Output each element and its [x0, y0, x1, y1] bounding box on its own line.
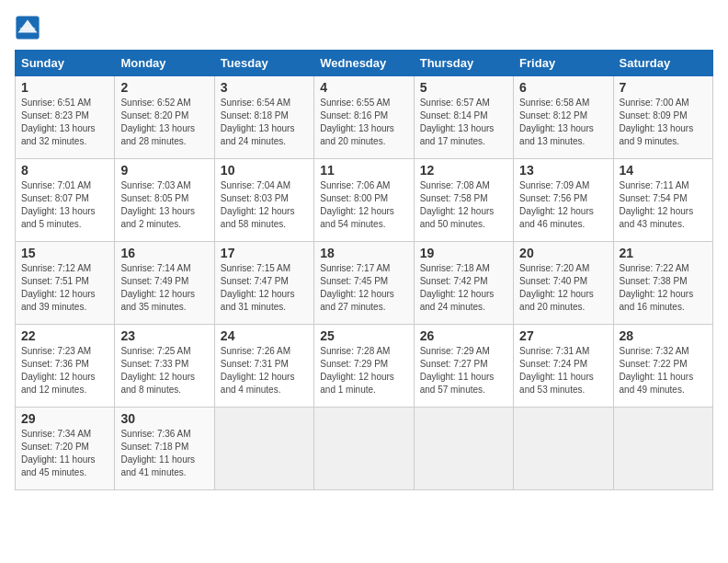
- calendar-day-cell: 24Sunrise: 7:26 AMSunset: 7:31 PMDayligh…: [214, 325, 313, 408]
- day-number: 19: [420, 246, 507, 260]
- weekday-header-thursday: Thursday: [414, 51, 513, 76]
- calendar-day-cell: 12Sunrise: 7:08 AMSunset: 7:58 PMDayligh…: [414, 159, 513, 242]
- day-info: Sunrise: 7:20 AMSunset: 7:40 PMDaylight:…: [519, 262, 607, 314]
- calendar-table: SundayMondayTuesdayWednesdayThursdayFrid…: [15, 50, 713, 490]
- calendar-day-cell: 15Sunrise: 7:12 AMSunset: 7:51 PMDayligh…: [16, 242, 115, 325]
- day-number: 28: [620, 328, 707, 343]
- calendar-day-cell: 2Sunrise: 6:52 AMSunset: 8:20 PMDaylight…: [115, 76, 214, 159]
- calendar-day-cell: 23Sunrise: 7:25 AMSunset: 7:33 PMDayligh…: [115, 325, 214, 408]
- day-number: 13: [519, 163, 607, 178]
- calendar-day-cell: 17Sunrise: 7:15 AMSunset: 7:47 PMDayligh…: [214, 242, 313, 325]
- calendar-day-cell: 26Sunrise: 7:29 AMSunset: 7:27 PMDayligh…: [414, 325, 513, 408]
- day-number: 25: [320, 328, 407, 343]
- day-number: 2: [120, 80, 208, 95]
- calendar-day-cell: 28Sunrise: 7:32 AMSunset: 7:22 PMDayligh…: [613, 325, 712, 408]
- calendar-day-cell: 5Sunrise: 6:57 AMSunset: 8:14 PMDaylight…: [414, 76, 513, 159]
- calendar-day-cell: 21Sunrise: 7:22 AMSunset: 7:38 PMDayligh…: [613, 242, 712, 325]
- calendar-day-cell: 22Sunrise: 7:23 AMSunset: 7:36 PMDayligh…: [16, 325, 115, 408]
- day-number: 12: [420, 163, 507, 178]
- calendar-day-cell: 25Sunrise: 7:28 AMSunset: 7:29 PMDayligh…: [314, 325, 414, 408]
- day-number: 1: [21, 80, 108, 95]
- calendar-week-row: 15Sunrise: 7:12 AMSunset: 7:51 PMDayligh…: [16, 242, 713, 325]
- calendar-week-row: 8Sunrise: 7:01 AMSunset: 8:07 PMDaylight…: [16, 159, 713, 242]
- day-info: Sunrise: 7:15 AMSunset: 7:47 PMDaylight:…: [221, 262, 308, 314]
- calendar-day-cell: [414, 408, 513, 490]
- day-info: Sunrise: 7:17 AMSunset: 7:45 PMDaylight:…: [320, 262, 407, 314]
- weekday-header-wednesday: Wednesday: [314, 51, 414, 76]
- weekday-header-friday: Friday: [514, 51, 613, 76]
- day-info: Sunrise: 7:00 AMSunset: 8:09 PMDaylight:…: [620, 97, 707, 148]
- day-number: 21: [620, 246, 707, 260]
- day-info: Sunrise: 7:12 AMSunset: 7:51 PMDaylight:…: [21, 262, 108, 314]
- day-info: Sunrise: 7:31 AMSunset: 7:24 PMDaylight:…: [519, 345, 607, 396]
- calendar-day-cell: 4Sunrise: 6:55 AMSunset: 8:16 PMDaylight…: [314, 76, 414, 159]
- calendar-day-cell: [314, 408, 414, 490]
- weekday-header-monday: Monday: [115, 51, 214, 76]
- day-info: Sunrise: 7:09 AMSunset: 7:56 PMDaylight:…: [519, 179, 607, 231]
- day-number: 10: [221, 163, 308, 178]
- day-info: Sunrise: 7:23 AMSunset: 7:36 PMDaylight:…: [21, 345, 108, 396]
- calendar-day-cell: 10Sunrise: 7:04 AMSunset: 8:03 PMDayligh…: [214, 159, 313, 242]
- day-number: 3: [221, 80, 308, 95]
- calendar-day-cell: [613, 408, 712, 490]
- svg-rect-2: [20, 28, 36, 29]
- day-number: 18: [320, 246, 407, 260]
- calendar-day-cell: 18Sunrise: 7:17 AMSunset: 7:45 PMDayligh…: [314, 242, 414, 325]
- day-number: 9: [120, 163, 208, 178]
- day-number: 6: [519, 80, 607, 95]
- weekday-header-row: SundayMondayTuesdayWednesdayThursdayFrid…: [16, 51, 713, 76]
- day-number: 8: [21, 163, 108, 178]
- day-info: Sunrise: 7:29 AMSunset: 7:27 PMDaylight:…: [420, 345, 507, 396]
- calendar-day-cell: 16Sunrise: 7:14 AMSunset: 7:49 PMDayligh…: [115, 242, 214, 325]
- day-info: Sunrise: 7:06 AMSunset: 8:00 PMDaylight:…: [320, 179, 407, 231]
- day-info: Sunrise: 7:18 AMSunset: 7:42 PMDaylight:…: [420, 262, 507, 314]
- day-info: Sunrise: 6:57 AMSunset: 8:14 PMDaylight:…: [420, 97, 507, 148]
- calendar-day-cell: 1Sunrise: 6:51 AMSunset: 8:23 PMDaylight…: [16, 76, 115, 159]
- calendar-week-row: 22Sunrise: 7:23 AMSunset: 7:36 PMDayligh…: [16, 325, 713, 408]
- day-info: Sunrise: 7:26 AMSunset: 7:31 PMDaylight:…: [221, 345, 308, 396]
- day-number: 23: [120, 328, 208, 343]
- day-info: Sunrise: 7:14 AMSunset: 7:49 PMDaylight:…: [120, 262, 208, 314]
- day-info: Sunrise: 6:58 AMSunset: 8:12 PMDaylight:…: [519, 97, 607, 148]
- day-number: 14: [620, 163, 707, 178]
- day-number: 27: [519, 328, 607, 343]
- calendar-day-cell: 8Sunrise: 7:01 AMSunset: 8:07 PMDaylight…: [16, 159, 115, 242]
- day-number: 5: [420, 80, 507, 95]
- day-info: Sunrise: 6:54 AMSunset: 8:18 PMDaylight:…: [221, 97, 308, 148]
- day-info: Sunrise: 7:25 AMSunset: 7:33 PMDaylight:…: [120, 345, 208, 396]
- day-info: Sunrise: 7:01 AMSunset: 8:07 PMDaylight:…: [21, 179, 108, 231]
- day-info: Sunrise: 7:22 AMSunset: 7:38 PMDaylight:…: [620, 262, 707, 314]
- day-number: 11: [320, 163, 407, 178]
- calendar-day-cell: 7Sunrise: 7:00 AMSunset: 8:09 PMDaylight…: [613, 76, 712, 159]
- calendar-day-cell: 30Sunrise: 7:36 AMSunset: 7:18 PMDayligh…: [115, 408, 214, 490]
- day-info: Sunrise: 7:04 AMSunset: 8:03 PMDaylight:…: [221, 179, 308, 231]
- day-info: Sunrise: 7:28 AMSunset: 7:29 PMDaylight:…: [320, 345, 407, 396]
- calendar-day-cell: 19Sunrise: 7:18 AMSunset: 7:42 PMDayligh…: [414, 242, 513, 325]
- calendar-day-cell: 11Sunrise: 7:06 AMSunset: 8:00 PMDayligh…: [314, 159, 414, 242]
- calendar-week-row: 1Sunrise: 6:51 AMSunset: 8:23 PMDaylight…: [16, 76, 713, 159]
- day-info: Sunrise: 7:03 AMSunset: 8:05 PMDaylight:…: [120, 179, 208, 231]
- weekday-header-saturday: Saturday: [613, 51, 712, 76]
- page-header: [15, 15, 713, 40]
- logo-icon: [15, 15, 40, 40]
- day-info: Sunrise: 6:51 AMSunset: 8:23 PMDaylight:…: [21, 97, 108, 148]
- logo: [15, 15, 44, 40]
- day-number: 22: [21, 328, 108, 343]
- calendar-day-cell: 27Sunrise: 7:31 AMSunset: 7:24 PMDayligh…: [514, 325, 613, 408]
- day-info: Sunrise: 7:11 AMSunset: 7:54 PMDaylight:…: [620, 179, 707, 231]
- day-number: 20: [519, 246, 607, 260]
- calendar-week-row: 29Sunrise: 7:34 AMSunset: 7:20 PMDayligh…: [16, 408, 713, 490]
- day-number: 30: [120, 411, 208, 426]
- calendar-day-cell: [514, 408, 613, 490]
- day-info: Sunrise: 6:52 AMSunset: 8:20 PMDaylight:…: [120, 97, 208, 148]
- calendar-day-cell: 9Sunrise: 7:03 AMSunset: 8:05 PMDaylight…: [115, 159, 214, 242]
- calendar-day-cell: 3Sunrise: 6:54 AMSunset: 8:18 PMDaylight…: [214, 76, 313, 159]
- weekday-header-sunday: Sunday: [16, 51, 115, 76]
- day-number: 29: [21, 411, 108, 426]
- day-number: 15: [21, 246, 108, 260]
- day-number: 26: [420, 328, 507, 343]
- day-info: Sunrise: 7:08 AMSunset: 7:58 PMDaylight:…: [420, 179, 507, 231]
- calendar-day-cell: 14Sunrise: 7:11 AMSunset: 7:54 PMDayligh…: [613, 159, 712, 242]
- day-number: 16: [120, 246, 208, 260]
- day-info: Sunrise: 7:34 AMSunset: 7:20 PMDaylight:…: [21, 428, 108, 479]
